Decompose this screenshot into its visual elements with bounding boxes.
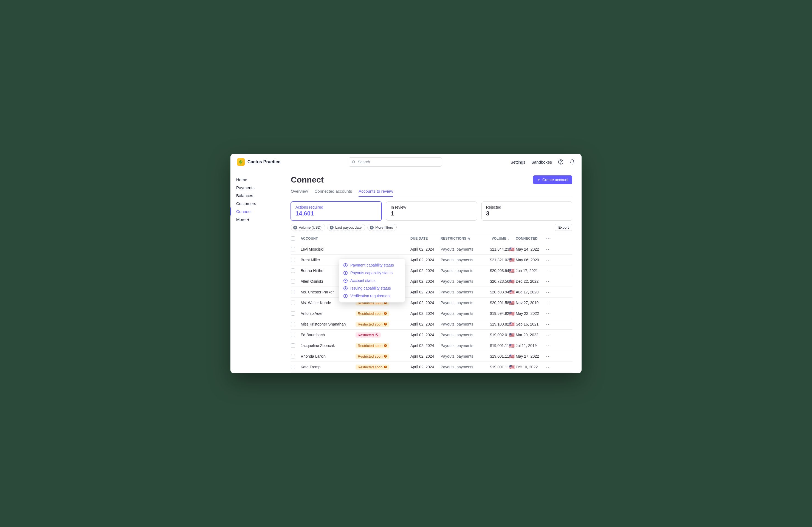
table-row[interactable]: Ms. Chester ParkerRestricted soonApril 0…	[291, 287, 572, 298]
sidebar-item-label: Payments	[236, 185, 255, 190]
row-checkbox[interactable]	[291, 322, 301, 326]
create-account-button[interactable]: Create account	[533, 175, 572, 184]
row-more-button[interactable]: ⋯	[546, 353, 554, 359]
header-account[interactable]: ACCOUNT	[301, 237, 356, 240]
header-connected[interactable]: CONNECTED	[516, 237, 546, 240]
sidebar-item-payments[interactable]: Payments	[230, 184, 285, 191]
popover-item-verification-requirement[interactable]: +Verification requirement	[339, 292, 405, 300]
row-checkbox[interactable]	[291, 343, 301, 348]
header-checkbox[interactable]	[291, 236, 301, 241]
stat-in-review[interactable]: In review 1	[386, 201, 477, 221]
checkbox-icon	[291, 236, 295, 241]
cell-flag: 🇺🇸	[509, 247, 516, 252]
stat-rejected[interactable]: Rejected 3	[481, 201, 572, 221]
table-row[interactable]: Ed BaumbachRestrictedApril 02, 2024Payou…	[291, 330, 572, 340]
row-more-button[interactable]: ⋯	[546, 364, 554, 370]
table-row[interactable]: Jacqueline ZboncakRestricted soonApril 0…	[291, 340, 572, 351]
popover-item-account-status[interactable]: +Account status	[339, 277, 405, 284]
stat-value: 14,601	[295, 210, 377, 217]
row-more-button[interactable]: ⋯	[546, 300, 554, 306]
badge-label: Restricted soon	[358, 312, 382, 316]
filter-volume[interactable]: + Volume (USD)	[291, 224, 325, 231]
help-icon[interactable]	[558, 159, 564, 165]
row-more-button[interactable]: ⋯	[546, 246, 554, 252]
us-flag-icon: 🇺🇸	[509, 257, 514, 263]
row-checkbox[interactable]	[291, 365, 301, 369]
row-checkbox[interactable]	[291, 268, 301, 273]
sidebar-item-balances[interactable]: Balances	[230, 191, 285, 200]
sidebar-item-customers[interactable]: Customers	[230, 200, 285, 208]
row-more-button[interactable]: ⋯	[546, 332, 554, 338]
bell-icon[interactable]	[569, 159, 575, 165]
row-checkbox[interactable]	[291, 247, 301, 252]
settings-link[interactable]: Settings	[510, 160, 525, 165]
filter-label: Last payout date	[335, 225, 362, 229]
badge-label: Restricted soon	[358, 344, 382, 348]
sandboxes-link[interactable]: Sandboxes	[531, 160, 552, 165]
row-more-button[interactable]: ⋯	[546, 321, 554, 327]
table-row[interactable]: Allen OsinskiApril 02, 2024Payouts, paym…	[291, 276, 572, 287]
sidebar-item-connect[interactable]: Connect	[230, 208, 285, 215]
table-row[interactable]: Ms. Walter KundeRestricted soonApril 02,…	[291, 298, 572, 308]
header-restrictions[interactable]: RESTRICTIONS	[440, 237, 479, 240]
header-label: VOLUME	[492, 237, 506, 240]
table-row[interactable]: Rhonda LarkinRestricted soonApril 02, 20…	[291, 351, 572, 362]
stat-actions-required[interactable]: Actions required 14,601	[291, 201, 381, 221]
popover-item-issuing-capability-status[interactable]: +Issuing capability status	[339, 284, 405, 292]
row-more-button[interactable]: ⋯	[546, 257, 554, 263]
search-wrap	[285, 157, 506, 167]
sidebar-item-more[interactable]: More+	[230, 215, 285, 224]
table-row[interactable]: Brent MillerApril 02, 2024Payouts, payme…	[291, 255, 572, 266]
cell-flag: 🇺🇸	[509, 354, 516, 359]
search-input[interactable]	[358, 160, 439, 164]
row-checkbox[interactable]	[291, 279, 301, 284]
header-more[interactable]: ⋯	[546, 236, 554, 242]
row-checkbox[interactable]	[291, 311, 301, 316]
table-row[interactable]: Kate TrompRestricted soonApril 02, 2024P…	[291, 362, 572, 372]
table-row[interactable]: Bertha HirtheApril 02, 2024Payouts, paym…	[291, 266, 572, 276]
row-more-button[interactable]: ⋯	[546, 268, 554, 274]
cell-restrictions: Payouts, payments	[440, 322, 479, 326]
row-checkbox[interactable]	[291, 290, 301, 294]
cell-volume: $19,092.01	[479, 333, 509, 337]
table-row[interactable]: Levi MosciskiApril 02, 2024Payouts, paym…	[291, 244, 572, 255]
export-button[interactable]: Export	[555, 224, 572, 231]
header-due-date[interactable]: DUE DATE	[410, 237, 440, 240]
row-more-button[interactable]: ⋯	[546, 278, 554, 284]
popover-item-payouts-capability-status[interactable]: +Payouts capability status	[339, 269, 405, 277]
more-filters-popover: +Payment capability status +Payouts capa…	[339, 259, 405, 302]
cell-restrictions: Payouts, payments	[440, 354, 479, 358]
filter-last-payout-date[interactable]: + Last payout date	[327, 224, 365, 231]
search-box[interactable]	[349, 157, 442, 167]
row-checkbox[interactable]	[291, 301, 301, 305]
tab-overview[interactable]: Overview	[291, 187, 308, 197]
sidebar-item-home[interactable]: Home	[230, 176, 285, 184]
brand[interactable]: 🌵 Cactus Practice	[237, 158, 280, 166]
row-checkbox[interactable]	[291, 333, 301, 337]
tab-accounts-to-review[interactable]: Accounts to review	[359, 187, 393, 197]
page-title: Connect	[291, 175, 324, 184]
cell-status: Restricted soon	[356, 354, 410, 359]
cell-volume: $20,993.94	[479, 268, 509, 273]
page-header: Connect Create account	[291, 175, 572, 184]
sidebar-item-label: Connect	[236, 209, 251, 214]
cell-due-date: April 02, 2024	[410, 301, 440, 305]
header-volume[interactable]: VOLUME ↓	[479, 237, 509, 240]
row-more-button[interactable]: ⋯	[546, 343, 554, 348]
row-more-button[interactable]: ⋯	[546, 311, 554, 316]
cell-due-date: April 02, 2024	[410, 268, 440, 273]
tab-connected-accounts[interactable]: Connected accounts	[315, 187, 352, 197]
cell-restrictions: Payouts, payments	[440, 365, 479, 369]
status-badge-restricted-soon: Restricted soon	[356, 365, 389, 370]
filter-label: Volume (USD)	[299, 225, 321, 229]
row-checkbox[interactable]	[291, 258, 301, 262]
row-checkbox[interactable]	[291, 354, 301, 358]
table-row[interactable]: Antonio AuerRestricted soonApril 02, 202…	[291, 308, 572, 319]
popover-item-payment-capability-status[interactable]: +Payment capability status	[339, 261, 405, 269]
row-more-button[interactable]: ⋯	[546, 289, 554, 295]
table-row[interactable]: Miss Kristopher ShanahanRestricted soonA…	[291, 319, 572, 330]
cell-volume: $20,693.94	[479, 290, 509, 294]
filter-more[interactable]: + More filters	[367, 224, 396, 231]
plus-icon: +	[247, 217, 249, 222]
create-account-label: Create account	[542, 177, 568, 182]
